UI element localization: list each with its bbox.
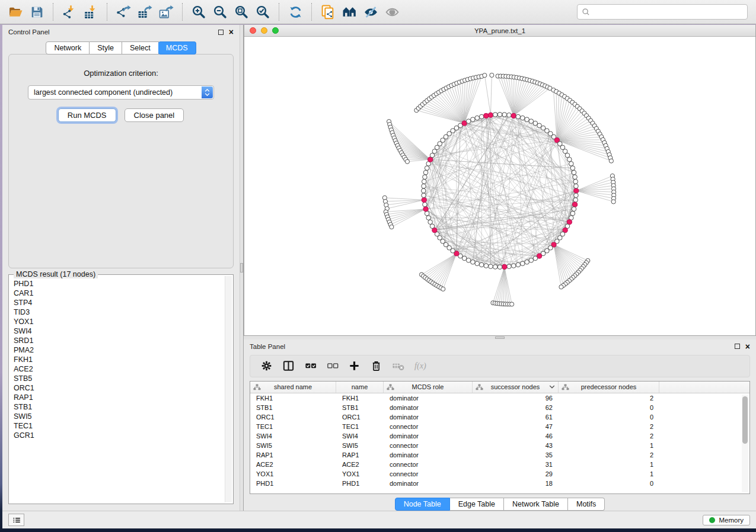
toolbar-separator xyxy=(311,3,312,21)
table-row[interactable]: YOX1YOX1connector291 xyxy=(250,469,742,479)
table-cell: 96 xyxy=(473,395,559,402)
run-mcds-button[interactable]: Run MCDS xyxy=(58,108,116,122)
result-node[interactable]: PHD1 xyxy=(14,279,222,289)
splitter-grip[interactable] xyxy=(495,336,505,339)
close-panel-icon[interactable]: × xyxy=(229,29,234,35)
tab-network-table[interactable]: Network Table xyxy=(504,498,568,511)
table-row[interactable]: SWI5SWI5connector431 xyxy=(250,441,742,450)
select-all-button[interactable] xyxy=(301,357,319,375)
column-header-successor-nodes[interactable]: successor nodes xyxy=(473,382,559,393)
close-panel-icon[interactable]: × xyxy=(745,344,750,350)
layout-refresh-button[interactable] xyxy=(285,2,306,22)
result-node[interactable]: RAP1 xyxy=(14,393,222,402)
table-row[interactable]: STB1STB1dominator620 xyxy=(250,403,742,412)
float-panel-icon[interactable] xyxy=(735,344,740,349)
network-canvas[interactable] xyxy=(244,37,755,335)
result-node[interactable]: ORC1 xyxy=(14,383,222,393)
result-node[interactable]: TEC1 xyxy=(14,421,222,431)
table-row[interactable]: RAP1RAP1dominator352 xyxy=(250,450,742,460)
export-network-button[interactable] xyxy=(113,2,134,22)
result-node[interactable]: TID3 xyxy=(14,307,222,317)
result-node[interactable]: STB5 xyxy=(14,374,222,383)
status-bar: Memory xyxy=(2,511,756,528)
network-title: YPA_prune.txt_1 xyxy=(244,27,755,34)
scrollbar-thumb[interactable] xyxy=(742,396,748,444)
table-row[interactable]: SWI4SWI4dominator462 xyxy=(250,431,742,441)
export-image-button[interactable] xyxy=(155,2,177,22)
table-panel-title: Table Panel xyxy=(250,343,285,350)
search-input[interactable] xyxy=(593,7,743,17)
result-scrollbar[interactable] xyxy=(225,276,232,502)
minimize-window-icon[interactable] xyxy=(261,27,267,34)
zoom-in-button[interactable] xyxy=(188,2,209,22)
column-header-name[interactable]: name xyxy=(336,382,384,393)
open-session-button[interactable] xyxy=(5,2,26,22)
tab-edge-table[interactable]: Edge Table xyxy=(450,498,504,511)
close-panel-button[interactable]: Close panel xyxy=(125,108,184,122)
import-network-button[interactable] xyxy=(59,2,80,22)
close-window-icon[interactable] xyxy=(250,27,256,34)
network-graph[interactable] xyxy=(244,37,755,335)
horizontal-splitter[interactable] xyxy=(244,336,756,339)
delete-column-button xyxy=(389,357,407,375)
vertical-splitter[interactable] xyxy=(240,25,244,511)
result-node[interactable]: SWI4 xyxy=(14,326,222,336)
result-node[interactable]: FKH1 xyxy=(14,355,222,364)
deselect-all-button[interactable] xyxy=(323,357,341,375)
result-node[interactable]: GCR1 xyxy=(14,431,222,440)
table-row[interactable]: ORC1ORC1dominator610 xyxy=(250,412,742,422)
tab-node-table[interactable]: Node Table xyxy=(395,498,450,511)
table-scrollbar[interactable] xyxy=(742,395,748,492)
result-node[interactable]: STP4 xyxy=(14,298,222,307)
add-row-button[interactable] xyxy=(345,357,363,375)
column-header-predecessor-nodes[interactable]: predecessor nodes xyxy=(559,382,659,393)
table-row[interactable]: FKH1FKH1dominator962 xyxy=(250,393,742,403)
table-row[interactable]: ACE2ACE2connector311 xyxy=(250,460,742,469)
tab-motifs[interactable]: Motifs xyxy=(568,498,605,511)
result-node[interactable]: SRD1 xyxy=(14,336,222,345)
table-cell: 29 xyxy=(473,470,559,477)
float-panel-icon[interactable] xyxy=(218,30,224,35)
task-history-button[interactable] xyxy=(8,514,24,526)
show-all-button[interactable] xyxy=(381,2,403,22)
result-node[interactable]: CAR1 xyxy=(14,289,222,298)
network-from-selection-button[interactable] xyxy=(317,2,339,22)
zoom-fit-button[interactable] xyxy=(231,2,252,22)
result-node[interactable]: SWI5 xyxy=(14,412,222,421)
maximize-window-icon[interactable] xyxy=(272,27,279,34)
save-session-button[interactable] xyxy=(26,2,47,22)
memory-button[interactable]: Memory xyxy=(703,515,750,525)
tab-mcds[interactable]: MCDS xyxy=(158,41,196,55)
tab-network[interactable]: Network xyxy=(46,41,90,55)
table-cell: RAP1 xyxy=(336,451,384,459)
show-columns-button[interactable] xyxy=(279,357,297,375)
result-node[interactable]: YOX1 xyxy=(14,317,222,326)
import-table-button[interactable] xyxy=(80,2,101,22)
splitter-grip[interactable] xyxy=(240,263,243,273)
optimization-criterion-label: Optimization criterion: xyxy=(9,69,233,78)
tab-style[interactable]: Style xyxy=(90,41,122,55)
zoom-out-button[interactable] xyxy=(209,2,231,22)
search-box[interactable] xyxy=(577,4,748,20)
first-neighbors-button[interactable] xyxy=(339,2,360,22)
result-node[interactable]: PMA2 xyxy=(14,345,222,355)
column-header-mcds-role[interactable]: MCDS role xyxy=(384,382,473,393)
column-header-filler xyxy=(659,382,749,393)
hide-selected-button[interactable] xyxy=(360,2,381,22)
table-settings-button[interactable] xyxy=(257,357,275,375)
export-table-button[interactable] xyxy=(134,2,155,22)
tab-select[interactable]: Select xyxy=(122,41,159,55)
table-cell: ORC1 xyxy=(336,414,384,421)
table-row[interactable]: TEC1TEC1connector472 xyxy=(250,422,742,431)
delete-row-button[interactable] xyxy=(367,357,385,375)
result-node[interactable]: STB1 xyxy=(14,402,222,412)
table-cell: connector xyxy=(384,442,473,449)
table-cell: YOX1 xyxy=(336,470,384,477)
table-cell: 62 xyxy=(473,404,559,411)
column-header-shared-name[interactable]: shared name xyxy=(250,382,336,393)
table-row[interactable]: PHD1PHD1dominator180 xyxy=(250,479,742,488)
zoom-selected-button[interactable] xyxy=(252,2,273,22)
criterion-select[interactable]: largest connected component (undirected) xyxy=(28,85,214,100)
result-node[interactable]: ACE2 xyxy=(14,364,222,374)
table-cell: 18 xyxy=(473,480,559,487)
